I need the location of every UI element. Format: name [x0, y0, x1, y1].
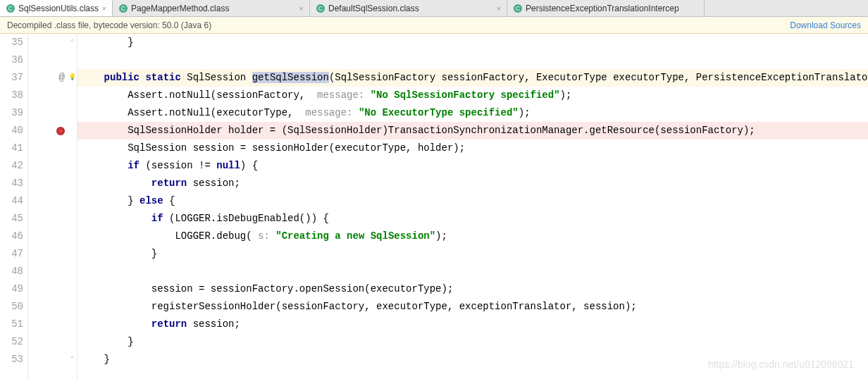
override-icon[interactable]: @: [59, 69, 65, 87]
line-number: 37: [0, 69, 23, 87]
svg-text:C: C: [8, 5, 13, 12]
code-line: return session;: [78, 175, 868, 192]
line-number: 36: [0, 51, 23, 69]
line-number: 39: [0, 104, 23, 122]
code-line: }: [78, 245, 868, 263]
tab-label: DefaultSqlSession.class: [328, 4, 494, 13]
code-line: }: [78, 34, 868, 51]
tab-defaultsqlsession[interactable]: C DefaultSqlSession.class ×: [310, 0, 507, 16]
code-line: if (session != null) {: [78, 157, 868, 175]
code-line: SqlSessionHolder holder = (SqlSessionHol…: [78, 122, 868, 139]
close-icon[interactable]: ×: [102, 4, 106, 13]
line-number: 38: [0, 87, 23, 104]
line-number: 44: [0, 192, 23, 210]
code-editor[interactable]: 35 36 37 38 39 40 41 42 43 44 45 46 47 4…: [0, 34, 868, 379]
code-line: SqlSession session = sessionHolder(execu…: [78, 139, 868, 157]
close-icon[interactable]: ×: [299, 4, 304, 13]
download-sources-link[interactable]: Download Sources: [790, 20, 861, 30]
intention-bulb-icon[interactable]: 💡: [68, 69, 76, 87]
fold-end-icon[interactable]: ⌃: [68, 351, 77, 368]
line-number: 43: [0, 175, 23, 192]
line-number: 35: [0, 34, 23, 51]
tab-pagemappermethod[interactable]: C PageMapperMethod.class ×: [113, 0, 310, 16]
line-number: 40: [0, 122, 23, 139]
line-number-gutter: 35 36 37 38 39 40 41 42 43 44 45 46 47 4…: [0, 34, 28, 379]
code-line: Assert.notNull(executorType, message: "N…: [78, 104, 868, 122]
class-file-icon: C: [118, 4, 128, 13]
class-file-icon: C: [513, 4, 523, 13]
line-number: 50: [0, 298, 23, 316]
line-number: 53: [0, 351, 23, 368]
line-number: 49: [0, 280, 23, 298]
tab-label: PageMapperMethod.class: [131, 4, 297, 13]
watermark-text: https://blog.csdn.net/u012098021: [708, 356, 854, 373]
svg-text:C: C: [121, 5, 126, 12]
code-line: [78, 263, 868, 280]
decompiled-info-bar: Decompiled .class file, bytecode version…: [0, 17, 868, 34]
line-number: 42: [0, 157, 23, 175]
tab-sqlsessionutils[interactable]: C SqlSessionUtils.class ×: [0, 0, 113, 16]
code-line: [78, 51, 868, 69]
code-line: public static SqlSession getSqlSession(S…: [78, 69, 868, 87]
info-message: Decompiled .class file, bytecode version…: [7, 20, 211, 30]
code-line: } else {: [78, 192, 868, 210]
tab-label: SqlSessionUtils.class: [18, 4, 99, 13]
line-number: 45: [0, 210, 23, 228]
line-number: 48: [0, 263, 23, 280]
breakpoint-icon[interactable]: [56, 127, 65, 135]
tab-label: PersistenceExceptionTranslationIntercep: [526, 4, 698, 13]
tab-persistenceexception[interactable]: C PersistenceExceptionTranslationInterce…: [507, 0, 705, 16]
code-area[interactable]: } public static SqlSession getSqlSession…: [78, 34, 868, 379]
class-file-icon: C: [6, 4, 16, 13]
code-line: session = sessionFactory.openSession(exe…: [78, 280, 868, 298]
line-number: 41: [0, 139, 23, 157]
code-line: Assert.notNull(sessionFactory, message: …: [78, 87, 868, 104]
close-icon[interactable]: ×: [497, 4, 501, 13]
code-line: return session;: [78, 316, 868, 333]
class-file-icon: C: [316, 4, 326, 13]
line-number: 46: [0, 228, 23, 245]
line-number: 52: [0, 333, 23, 351]
code-line: LOGGER.debug( s: "Creating a new SqlSess…: [78, 228, 868, 245]
line-number: 51: [0, 316, 23, 333]
method-name-highlight: getSqlSession: [252, 72, 329, 83]
code-line: registerSessionHolder(sessionFactory, ex…: [78, 298, 868, 316]
line-number: 47: [0, 245, 23, 263]
marker-gutter[interactable]: @: [28, 34, 68, 379]
svg-text:C: C: [318, 5, 323, 12]
editor-tabs: C SqlSessionUtils.class × C PageMapperMe…: [0, 0, 868, 17]
fold-end-icon[interactable]: ⌃: [68, 34, 77, 51]
code-line: }: [78, 333, 868, 351]
code-line: if (LOGGER.isDebugEnabled()) {: [78, 210, 868, 228]
svg-text:C: C: [516, 5, 521, 12]
fold-gutter[interactable]: ⌃ 💡 ⌃: [68, 34, 78, 379]
